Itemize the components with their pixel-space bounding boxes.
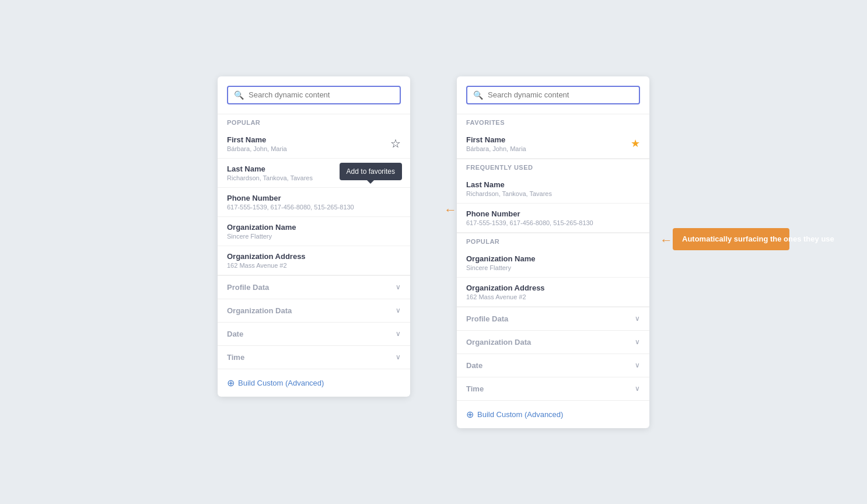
chevron-icon: ∨ <box>635 361 640 369</box>
item-text: First Name Bárbara, John, Maria <box>466 135 526 152</box>
collapsible-label: Time <box>466 384 484 393</box>
collapsible-label: Date <box>227 330 243 338</box>
section-label-frequently-used: Frequently Used <box>457 159 649 174</box>
list-item-firstname-left[interactable]: First Name Bárbara, John, Maria ☆ <box>218 130 410 159</box>
collapsible-date-left[interactable]: Date ∨ <box>218 322 410 345</box>
chevron-icon: ∨ <box>396 353 401 361</box>
arrow-auto-icon: ← <box>660 233 673 248</box>
plus-circle-icon-right: ⊕ <box>466 409 474 420</box>
search-icon-right: 🔍 <box>473 90 483 100</box>
auto-surfacing-callout-wrapper: ← Automatically surfacing the ones they … <box>660 228 789 250</box>
item-title: First Name <box>227 135 287 144</box>
item-subtitle: Bárbara, John, Maria <box>227 145 287 152</box>
item-text: Organization Address 162 Mass Avenue #2 <box>227 252 306 269</box>
item-subtitle: Sincere Flattery <box>227 233 296 240</box>
search-input-right[interactable] <box>488 90 633 99</box>
section-label-popular: Popular <box>218 114 410 130</box>
item-title: Last Name <box>227 164 313 173</box>
chevron-icon: ∨ <box>635 314 640 323</box>
item-subtitle: Richardson, Tankova, Tavares <box>227 174 313 181</box>
item-subtitle: 617-555-1539, 617-456-8080, 515-265-8130 <box>227 204 354 211</box>
item-text: Last Name Richardson, Tankova, Tavares <box>227 164 313 181</box>
item-title: Organization Address <box>466 284 545 292</box>
item-title: Phone Number <box>227 194 354 202</box>
collapsible-profile-right[interactable]: Profile Data ∨ <box>457 307 649 330</box>
build-custom-label-right: Build Custom (Advanced) <box>477 410 563 419</box>
item-subtitle: Sincere Flattery <box>466 264 535 271</box>
panel-left: 🔍 Popular First Name Bárbara, John, Mari… <box>218 76 410 397</box>
item-text: Phone Number 617-555-1539, 617-456-8080,… <box>466 209 593 226</box>
panel-right: 🔍 Favorites First Name Bárbara, John, Ma… <box>457 76 649 428</box>
list-item-orgname-left[interactable]: Organization Name Sincere Flattery <box>218 217 410 246</box>
collapsible-org-right[interactable]: Organization Data ∨ <box>457 330 649 354</box>
search-box-left[interactable]: 🔍 <box>227 86 401 104</box>
item-text: Organization Address 162 Mass Avenue #2 <box>466 284 545 300</box>
plus-circle-icon-left: ⊕ <box>227 377 235 388</box>
collapsible-label: Organization Data <box>227 306 292 315</box>
collapsible-label: Profile Data <box>227 283 269 292</box>
list-item-orgname-right[interactable]: Organization Name Sincere Flattery <box>457 249 649 278</box>
auto-surfacing-callout-label: Automatically surfacing the ones they us… <box>673 228 789 250</box>
build-custom-left[interactable]: ⊕ Build Custom (Advanced) <box>218 369 410 397</box>
item-text: Last Name Richardson, Tankova, Tavares <box>466 180 552 197</box>
item-title: Organization Name <box>466 254 535 263</box>
item-subtitle: 617-555-1539, 617-456-8080, 515-265-8130 <box>466 219 593 226</box>
chevron-icon: ∨ <box>396 330 401 338</box>
list-item-firstname-right[interactable]: First Name Bárbara, John, Maria ★ <box>457 130 649 159</box>
item-text: Organization Name Sincere Flattery <box>466 254 535 271</box>
chevron-icon: ∨ <box>635 338 640 346</box>
page-container: 🔍 Popular First Name Bárbara, John, Mari… <box>194 53 673 452</box>
item-title: First Name <box>466 135 526 144</box>
list-item-orgaddr-left[interactable]: Organization Address 162 Mass Avenue #2 <box>218 246 410 275</box>
add-to-favorites-tooltip-container: Add to favorites <box>340 163 402 180</box>
list-item-phone-right[interactable]: Phone Number 617-555-1539, 617-456-8080,… <box>457 204 649 233</box>
search-box-right[interactable]: 🔍 <box>466 86 640 104</box>
collapsible-time-left[interactable]: Time ∨ <box>218 345 410 369</box>
chevron-icon: ∨ <box>396 306 401 314</box>
search-input-left[interactable] <box>249 90 394 99</box>
collapsible-label: Time <box>227 353 244 362</box>
item-title: Phone Number <box>466 209 593 218</box>
item-subtitle: 162 Mass Avenue #2 <box>227 262 306 269</box>
item-title: Organization Address <box>227 252 306 261</box>
item-title: Organization Name <box>227 223 296 232</box>
arrow-giving-icon: ← <box>444 202 457 218</box>
star-cursor-icon[interactable]: ☆ <box>390 136 401 150</box>
collapsible-profile-left[interactable]: Profile Data ∨ <box>218 275 410 299</box>
search-icon-left: 🔍 <box>234 90 244 100</box>
item-subtitle: Richardson, Tankova, Tavares <box>466 190 552 197</box>
chevron-icon: ∨ <box>635 384 640 393</box>
collapsible-label: Date <box>466 361 483 370</box>
star-filled-icon[interactable]: ★ <box>631 137 640 150</box>
item-text: Organization Name Sincere Flattery <box>227 223 296 240</box>
collapsible-time-right[interactable]: Time ∨ <box>457 377 649 400</box>
section-label-popular-right: Popular <box>457 233 649 249</box>
section-label-favorites: Favorites <box>457 114 649 130</box>
item-title: Last Name <box>466 180 552 189</box>
add-to-favorites-tooltip: Add to favorites <box>340 163 402 180</box>
list-item-lastname-right[interactable]: Last Name Richardson, Tankova, Tavares <box>457 174 649 204</box>
list-item-phone-left[interactable]: Phone Number 617-555-1539, 617-456-8080,… <box>218 188 410 217</box>
build-custom-right[interactable]: ⊕ Build Custom (Advanced) <box>457 400 649 428</box>
collapsible-label: Profile Data <box>466 314 508 323</box>
item-text: First Name Bárbara, John, Maria <box>227 135 287 152</box>
item-subtitle: 162 Mass Avenue #2 <box>466 293 545 300</box>
chevron-icon: ∨ <box>396 283 401 291</box>
collapsible-label: Organization Data <box>466 338 531 346</box>
list-item-orgaddr-right[interactable]: Organization Address 162 Mass Avenue #2 <box>457 278 649 307</box>
build-custom-label-left: Build Custom (Advanced) <box>238 379 324 387</box>
item-subtitle: Bárbara, John, Maria <box>466 145 526 152</box>
collapsible-date-right[interactable]: Date ∨ <box>457 354 649 377</box>
collapsible-org-left[interactable]: Organization Data ∨ <box>218 299 410 322</box>
item-text: Phone Number 617-555-1539, 617-456-8080,… <box>227 194 354 211</box>
